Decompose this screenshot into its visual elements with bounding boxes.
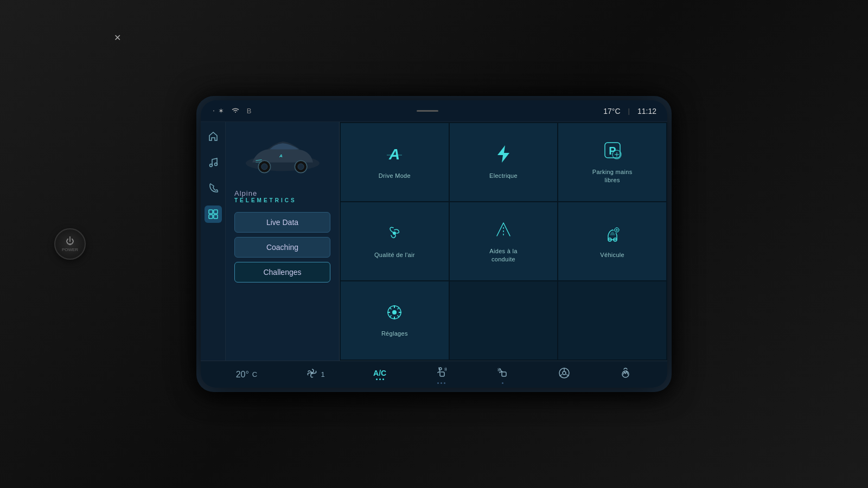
top-bar-right: 17°C | 11:12 [603, 107, 656, 115]
svg-line-41 [390, 316, 392, 318]
ac-dots [376, 378, 384, 380]
ac-label: A/C [373, 369, 386, 377]
seat-rear-dots [502, 382, 503, 384]
svg-point-33 [392, 310, 397, 314]
sport-control [619, 367, 632, 382]
svg-text:A: A [278, 153, 282, 158]
seat-heat-rear-item[interactable] [496, 365, 509, 381]
vehicule-icon [603, 223, 622, 247]
ac-dot-1 [376, 378, 378, 380]
seat-heat-rear-icon [496, 365, 509, 381]
svg-rect-5 [214, 215, 218, 219]
challenges-button[interactable]: Challenges [234, 262, 330, 282]
temperature-control: 20° C [236, 370, 258, 380]
svg-line-40 [398, 307, 400, 310]
qualite-air-label: Qualité de l'air [374, 251, 415, 259]
brand-sub: TELEMETRICS [234, 197, 330, 203]
fan-icon [306, 367, 318, 382]
x-icon-area: ✕ [114, 33, 121, 43]
temperature-icon: 20° [236, 370, 249, 380]
menu-buttons: Live Data Coaching Challenges [226, 208, 339, 361]
right-grid: A Drive Mode Electrique [340, 122, 667, 361]
seat-heat-front-control [435, 365, 448, 384]
drive-mode-icon: A [385, 144, 404, 168]
electrique-icon [495, 144, 512, 168]
main-content: A Alpine TELEMETRICS Live Data Coaching … [201, 122, 667, 361]
brand-name: Alpine [234, 189, 330, 197]
svg-point-21 [393, 232, 396, 235]
ac-dot-3 [382, 378, 384, 380]
grid-empty-1 [450, 281, 558, 359]
svg-rect-4 [209, 215, 213, 219]
grid-parking[interactable]: P Parking mainslibres [558, 123, 666, 201]
coaching-button[interactable]: Coaching [234, 237, 330, 258]
seat-front-dot-1 [437, 382, 439, 384]
top-bar-center [417, 110, 438, 112]
grid-empty-2 [558, 281, 666, 359]
nav-music[interactable] [205, 153, 222, 171]
temperature-item[interactable]: 20° C [236, 370, 258, 380]
power-icon: ⏻ [66, 236, 74, 246]
temperature-value: C [252, 370, 257, 378]
seat-front-dot-2 [441, 382, 442, 384]
electrique-label: Electrique [489, 172, 518, 179]
reglages-icon [385, 303, 404, 325]
svg-text:A: A [388, 146, 400, 163]
svg-rect-3 [214, 210, 218, 214]
vehicule-label: Véhicule [600, 251, 624, 259]
parking-icon: P [603, 140, 622, 164]
svg-point-27 [616, 229, 617, 231]
live-data-button[interactable]: Live Data [234, 212, 330, 233]
temperature-display: 17°C [603, 107, 620, 115]
seat-front-dots [437, 382, 445, 384]
steering-heat-icon [558, 367, 571, 382]
power-button[interactable]: ⏻ POWER [54, 228, 86, 260]
car-image-area: A [226, 122, 339, 187]
car-image: A [239, 130, 326, 179]
ac-control: A/C [373, 369, 386, 380]
ac-item[interactable]: A/C [373, 369, 386, 377]
svg-point-8 [261, 164, 267, 170]
ac-dot-2 [379, 378, 381, 380]
bluetooth-sym: B [247, 107, 252, 115]
nav-apps[interactable] [205, 206, 222, 223]
grid-qualite-air[interactable]: Qualité de l'air [341, 202, 449, 280]
sport-icon [619, 367, 632, 382]
nav-home[interactable] [205, 127, 222, 145]
grid-reglages[interactable]: Réglages [341, 281, 449, 359]
bottom-bar: 20° C [201, 361, 667, 388]
svg-line-39 [398, 316, 400, 318]
x-icon[interactable]: ✕ [114, 33, 121, 42]
grid-vehicule[interactable]: Véhicule [558, 202, 666, 280]
fan-item[interactable]: 1 [306, 367, 325, 382]
screen-bezel: ⬞ ✶ B 17°C | 11:12 [196, 96, 672, 392]
qualite-air-icon [385, 223, 404, 247]
divider: | [628, 107, 630, 115]
steering-heat-item[interactable] [558, 367, 571, 382]
sport-item[interactable] [619, 367, 632, 382]
seat-heat-front-icon [435, 365, 448, 381]
svg-point-42 [311, 372, 313, 374]
time-display: 11:12 [637, 107, 656, 115]
svg-rect-2 [209, 210, 213, 214]
steering-heat-control [558, 367, 571, 382]
grid-drive-mode[interactable]: A Drive Mode [341, 123, 449, 201]
wifi-icon [231, 106, 240, 115]
grid-aides-conduite[interactable]: Aides à laconduite [450, 202, 558, 280]
svg-line-38 [390, 307, 392, 310]
left-nav [201, 122, 226, 361]
seat-heat-front-item[interactable] [435, 365, 448, 381]
grid-electrique[interactable]: Electrique [450, 123, 558, 201]
aides-conduite-label: Aides à laconduite [489, 247, 517, 263]
fan-control: 1 [306, 367, 325, 382]
top-handle [417, 110, 438, 112]
nav-phone[interactable] [205, 179, 222, 197]
svg-point-10 [298, 164, 304, 170]
top-bar-left: ⬞ ✶ B [212, 106, 251, 115]
reglages-label: Réglages [381, 330, 408, 337]
seat-heat-rear-control [496, 365, 509, 384]
power-button-area: ⏻ POWER [54, 228, 86, 260]
bluetooth-icon: ⬞ ✶ [212, 107, 224, 115]
svg-point-0 [209, 164, 212, 167]
brand-info: Alpine TELEMETRICS [226, 187, 339, 208]
